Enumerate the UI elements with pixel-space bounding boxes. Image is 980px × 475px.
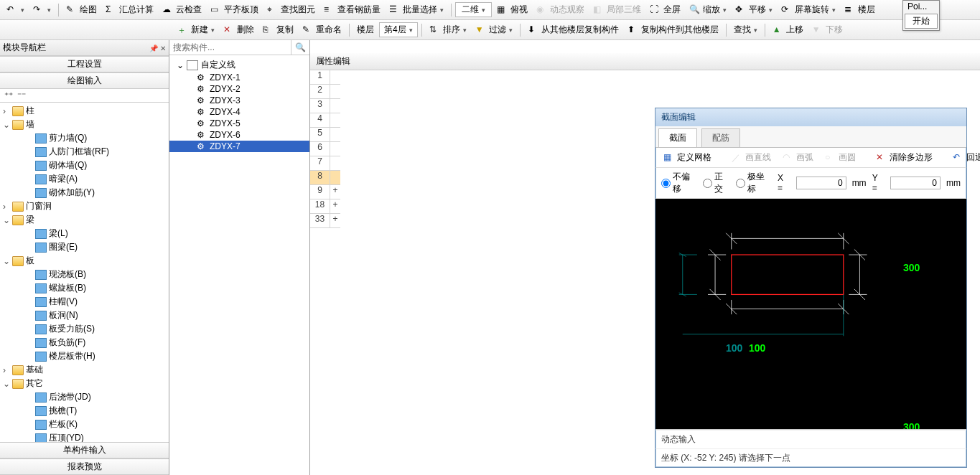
cloud-check-button[interactable]: ☁云检查 — [159, 2, 205, 17]
search-input[interactable] — [169, 40, 291, 55]
define-grid-button[interactable]: ▦定义网格 — [660, 150, 715, 165]
batch-select-button[interactable]: ☰批量选择▾ — [386, 2, 447, 17]
zoom-button[interactable]: 🔍缩放▾ — [686, 2, 730, 17]
floor-layer-button[interactable]: ≣楼层 — [841, 2, 879, 17]
tree-item[interactable]: ⌄梁 — [0, 213, 169, 227]
filter-button[interactable]: ▼过滤▾ — [472, 22, 516, 37]
grid-row-header[interactable]: 3 — [310, 99, 340, 113]
copy-from-floor-button[interactable]: ⬇从其他楼层复制构件 — [524, 22, 622, 37]
nav-section-project-settings[interactable]: 工程设置 — [0, 56, 169, 72]
tree-item[interactable]: 挑檐(T) — [0, 404, 169, 418]
rename-button[interactable]: ✎重命名 — [299, 22, 345, 37]
grid-row-header[interactable]: 18+ — [310, 199, 340, 214]
nav-section-draw-input[interactable]: 绘图输入 — [0, 72, 169, 89]
grid-row-header[interactable]: 7 — [310, 156, 340, 171]
tree-item[interactable]: ⌄板 — [0, 254, 169, 268]
y-input[interactable] — [890, 177, 941, 189]
component-tree[interactable]: ⌄自定义线⚙ZDYX-1⚙ZDYX-2⚙ZDYX-3⚙ZDYX-4⚙ZDYX-5… — [169, 55, 309, 475]
tree-item[interactable]: 砌体加筋(Y) — [0, 186, 169, 199]
local-3d-button[interactable]: ◧局部三维 — [589, 2, 645, 17]
draw-line-button[interactable]: ／画直线 — [728, 150, 775, 165]
tree-item[interactable]: ›门窗洞 — [0, 199, 169, 213]
tree-item[interactable]: 栏板(K) — [0, 418, 169, 431]
redo-button[interactable]: ↷▾ — [29, 3, 55, 17]
search-button[interactable]: 🔍 — [291, 40, 309, 55]
comp-item[interactable]: ⚙ZDYX-1 — [169, 72, 309, 83]
undo-cs-button[interactable]: ↶回退 — [949, 150, 980, 165]
undo-button[interactable]: ↶▾ — [3, 3, 28, 17]
grid-row-header[interactable]: 6 — [310, 142, 340, 156]
draw-button[interactable]: ✎绘图 — [62, 2, 101, 17]
dyn-view-button[interactable]: ◉动态观察 — [533, 2, 588, 17]
radio-no-offset[interactable]: 不偏移 — [661, 171, 697, 195]
comp-item[interactable]: ⚙ZDYX-5 — [169, 118, 309, 129]
tree-item[interactable]: 梁(L) — [0, 227, 169, 240]
delete-button[interactable]: ✕删除 — [220, 22, 258, 37]
tree-item[interactable]: 剪力墙(Q) — [0, 131, 169, 145]
tree-item[interactable]: 圈梁(E) — [0, 240, 169, 254]
grid-row-header[interactable]: 9+ — [310, 185, 340, 199]
sort-button[interactable]: ⇅排序▾ — [426, 22, 470, 37]
grid-row-header[interactable]: 2 — [310, 85, 340, 99]
tab-rebar[interactable]: 配筋 — [701, 128, 740, 147]
fullscreen-button[interactable]: ⛶全屏 — [646, 2, 684, 17]
tree-item[interactable]: 楼层板带(H) — [0, 349, 169, 363]
pan-button[interactable]: ✥平移▾ — [732, 2, 776, 17]
tree-item[interactable]: 螺旋板(B) — [0, 281, 169, 295]
tree-item[interactable]: ›柱 — [0, 104, 169, 118]
comp-root[interactable]: ⌄自定义线 — [169, 58, 309, 72]
tree-item[interactable]: 板受力筋(S) — [0, 322, 169, 336]
move-up-button[interactable]: ▲上移 — [769, 22, 807, 37]
tree-item[interactable]: 人防门框墙(RF) — [0, 145, 169, 159]
radio-ortho[interactable]: 正交 — [703, 171, 730, 195]
radio-polar[interactable]: 极坐标 — [736, 171, 772, 195]
tree-item[interactable]: 板洞(N) — [0, 309, 169, 322]
draw-arc-button[interactable]: ◠画弧 — [779, 150, 817, 165]
tree-item[interactable]: ⌄墙 — [0, 118, 169, 131]
expand-icon[interactable]: ⁺⁺ — [4, 90, 13, 100]
clear-polygon-button[interactable]: ✕清除多边形 — [872, 150, 936, 165]
collapse-icon[interactable]: ⁻⁻ — [17, 90, 26, 100]
overlook-button[interactable]: ▦俯视 — [493, 2, 531, 17]
tree-item[interactable]: 柱帽(V) — [0, 295, 169, 309]
floor-select[interactable]: 第4层 ▾ — [379, 22, 418, 37]
nav-section-single-input[interactable]: 单构件输入 — [0, 442, 169, 458]
close-icon[interactable]: ✕ — [160, 44, 166, 52]
tree-item[interactable]: ⌄其它 — [0, 377, 169, 390]
screen-rotate-button[interactable]: ⟳屏幕旋转▾ — [778, 2, 839, 17]
comp-item[interactable]: ⚙ZDYX-4 — [169, 106, 309, 118]
draw-circle-button[interactable]: ○画圆 — [821, 150, 859, 165]
find-button[interactable]: 查找▾ — [730, 22, 761, 37]
tree-item[interactable]: 暗梁(A) — [0, 172, 169, 186]
move-down-button[interactable]: ▼下移 — [808, 22, 846, 37]
tree-item[interactable]: 现浇板(B) — [0, 268, 169, 281]
start-button[interactable]: 开始 — [905, 14, 938, 29]
view-2d-dropdown[interactable]: 二维 ▾ — [455, 2, 492, 17]
flatten-button[interactable]: ▭平齐板顶 — [207, 2, 262, 17]
check-rebar-button[interactable]: ≡查看钢筋量 — [320, 2, 384, 17]
copy-button[interactable]: ⎘复制 — [259, 22, 297, 37]
nav-tree[interactable]: ›柱⌄墙剪力墙(Q)人防门框墙(RF)砌体墙(Q)暗梁(A)砌体加筋(Y)›门窗… — [0, 103, 169, 442]
comp-item[interactable]: ⚙ZDYX-7 — [169, 141, 309, 152]
grid-row-header[interactable]: 8 — [310, 171, 340, 185]
find-prim-button[interactable]: ⌖查找图元 — [263, 2, 319, 17]
copy-to-floor-button[interactable]: ⬆复制构件到其他楼层 — [624, 22, 722, 37]
pin-icon[interactable]: 📌 — [149, 44, 158, 52]
sum-calc-button[interactable]: Σ汇总计算 — [102, 2, 157, 17]
nav-section-report[interactable]: 报表预览 — [0, 458, 169, 475]
x-input[interactable] — [796, 177, 846, 189]
comp-item[interactable]: ⚙ZDYX-6 — [169, 129, 309, 141]
tree-item[interactable]: 砌体墙(Q) — [0, 159, 169, 172]
tree-item[interactable]: 板负筋(F) — [0, 336, 169, 349]
grid-row-header[interactable]: 33+ — [310, 214, 340, 228]
grid-row-header[interactable]: 4 — [310, 113, 340, 128]
grid-row-header[interactable]: 5 — [310, 128, 340, 142]
tree-item[interactable]: ›基础 — [0, 363, 169, 377]
tab-section[interactable]: 截面 — [658, 128, 697, 147]
comp-item[interactable]: ⚙ZDYX-2 — [169, 83, 309, 95]
tree-item[interactable]: 后浇带(JD) — [0, 390, 169, 404]
new-button[interactable]: ＋新建▾ — [174, 22, 218, 37]
comp-item[interactable]: ⚙ZDYX-3 — [169, 95, 309, 106]
grid-row-header[interactable]: 1 — [310, 70, 340, 85]
tree-item[interactable]: 压顶(YD) — [0, 431, 169, 442]
